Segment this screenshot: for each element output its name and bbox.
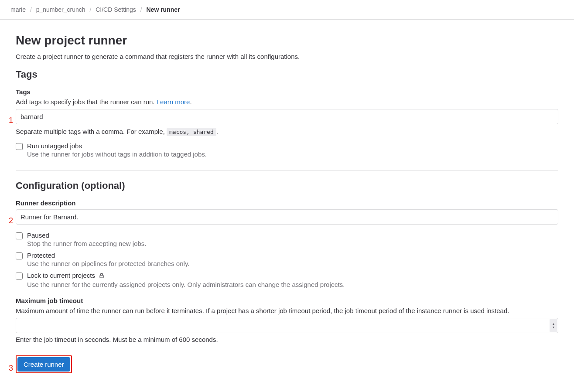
timeout-desc: Maximum amount of time the runner can ru… [16, 307, 558, 314]
timeout-input[interactable] [16, 318, 558, 333]
page-title: New project runner [16, 34, 558, 48]
create-runner-button[interactable]: Create runner [17, 357, 70, 372]
runner-desc-label: Runner description [16, 199, 558, 207]
run-untagged-desc: Use the runner for jobs without tags in … [27, 150, 558, 158]
protected-desc: Use the runner on pipelines for protecte… [27, 260, 558, 267]
tags-desc-suffix: . [190, 98, 191, 106]
runner-desc-input[interactable] [16, 209, 558, 225]
breadcrumb-separator: / [30, 6, 32, 13]
protected-checkbox[interactable] [16, 252, 23, 259]
lock-label-row: Lock to current projects [27, 272, 558, 280]
tags-help-suffix: . [216, 128, 218, 135]
run-untagged-label: Run untagged jobs [27, 142, 558, 150]
tags-field-desc: Add tags to specify jobs that the runner… [16, 98, 558, 106]
tags-desc-text: Add tags to specify jobs that the runner… [16, 98, 157, 106]
paused-label: Paused [27, 232, 558, 239]
lock-checkbox[interactable] [16, 273, 23, 280]
lock-icon [99, 273, 105, 280]
section-title-tags: Tags [16, 69, 558, 80]
tags-learn-more-link[interactable]: Learn more [157, 98, 190, 106]
breadcrumb: marie / p_number_crunch / CI/CD Settings… [0, 0, 574, 20]
tags-help-code: macos, shared [167, 128, 216, 136]
page-description: Create a project runner to generate a co… [16, 53, 558, 60]
svg-rect-0 [100, 275, 103, 278]
create-runner-highlight: Create runner [16, 355, 72, 373]
run-untagged-checkbox[interactable] [16, 143, 23, 150]
breadcrumb-separator: / [89, 6, 91, 13]
breadcrumb-item-project[interactable]: p_number_crunch [36, 6, 85, 13]
tags-help-prefix: Separate multiple tags with a comma. For… [16, 128, 167, 135]
protected-label: Protected [27, 252, 558, 259]
breadcrumb-separator: / [140, 6, 142, 13]
timeout-help: Enter the job timeout in seconds. Must b… [16, 336, 558, 343]
timeout-label: Maximum job timeout [16, 297, 558, 304]
lock-label: Lock to current projects [27, 272, 95, 279]
chevron-down-icon: ▾ [553, 326, 554, 329]
tags-input[interactable] [16, 109, 558, 124]
paused-checkbox[interactable] [16, 232, 23, 239]
breadcrumb-item-current: New runner [146, 6, 180, 13]
paused-desc: Stop the runner from accepting new jobs. [27, 240, 558, 247]
section-divider [16, 170, 558, 170]
number-stepper[interactable]: ▴ ▾ [550, 319, 557, 332]
tags-field-label: Tags [16, 88, 558, 95]
tags-help-text: Separate multiple tags with a comma. For… [16, 128, 558, 135]
lock-desc: Use the runner for the currently assigne… [27, 281, 558, 288]
breadcrumb-item-user[interactable]: marie [10, 6, 26, 13]
breadcrumb-item-settings[interactable]: CI/CD Settings [96, 6, 136, 13]
section-title-config: Configuration (optional) [16, 180, 558, 191]
